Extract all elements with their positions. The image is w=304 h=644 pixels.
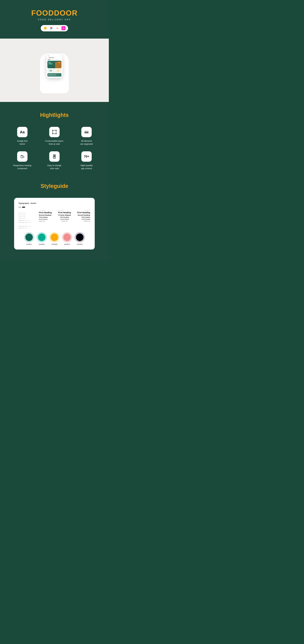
- swatch-green: #00AD8F: [36, 232, 47, 245]
- figma-icon: [49, 26, 54, 30]
- svg-rect-19: [54, 155, 55, 157]
- phone-nav: ‹ Collection: [47, 56, 62, 59]
- swatch-ring-1: [24, 232, 34, 242]
- swatch-dark: #01000D: [74, 232, 85, 245]
- color-label: Easy to changecolor style: [48, 164, 62, 170]
- swatch-ring-2: [36, 232, 47, 242]
- highlight-item-google-font: Aa Google fontAvenir: [8, 127, 37, 146]
- swatch-pink: #EF8E91: [62, 232, 72, 245]
- google-font-icon-box: Aa: [17, 127, 28, 137]
- svg-rect-13: [84, 132, 88, 132]
- phone-hand-container: 9:41 ▪▪▪ ‹ Collection Popular New Best F…: [34, 47, 74, 93]
- swatch-circle-4: [63, 234, 71, 241]
- highlights-section: Hightlights Aa Google fontAvenir Customi…: [0, 102, 109, 180]
- organized-icon-box: [81, 127, 92, 137]
- swatch-circle-1: [25, 234, 33, 241]
- svg-rect-3: [50, 28, 52, 29]
- highlight-item-screens: 70+ Hight quanlityapp screens: [72, 151, 101, 170]
- seventy-plus-icon: 70+: [84, 155, 89, 158]
- styleguide-title: Styleguide: [6, 183, 103, 189]
- app-title: FOODDOOR: [3, 9, 106, 17]
- organized-label: All elementsare organized: [80, 140, 93, 146]
- phone-banner: NEWARRIVAL 15%: [47, 61, 62, 68]
- phone-status-bar: 9:41 ▪▪▪: [47, 55, 62, 56]
- swatch-label-4: #EF8E91: [64, 244, 70, 245]
- svg-point-8: [52, 130, 53, 131]
- vector-icon: [52, 130, 57, 134]
- swatch-circle-2: [38, 234, 46, 241]
- swatch-label-3: #FBA808: [52, 244, 58, 245]
- svg-rect-7: [53, 130, 56, 134]
- highlight-item-organized: All elementsare organized: [72, 127, 101, 146]
- responsive-icon-box: [17, 151, 28, 162]
- swatch-label-5: #01000D: [77, 244, 83, 245]
- phone-card-1: GOODFOOD: [47, 69, 54, 73]
- swatch-ring-3: [49, 232, 60, 242]
- svg-rect-16: [23, 156, 24, 158]
- color-icon-box: [49, 151, 60, 162]
- divider-line: [18, 207, 21, 207]
- svg-point-11: [56, 133, 56, 134]
- highlight-item-color: Easy to changecolor style: [40, 151, 69, 170]
- svg-rect-12: [84, 132, 88, 133]
- phone-color-icon: [52, 154, 57, 159]
- svg-rect-2: [50, 27, 52, 28]
- swatch-ring-5: [74, 232, 85, 242]
- screens-icon-box: 70+: [81, 151, 92, 162]
- sg-divider: [18, 206, 90, 208]
- svg-point-10: [52, 133, 53, 134]
- svg-rect-14: [84, 131, 88, 132]
- invision-icon: in: [56, 26, 60, 30]
- google-font-label: Google fontAvenir: [17, 140, 27, 146]
- styleguide-section: Styleguide Typography : Avenir H1 Bold 3…: [0, 180, 109, 261]
- phone-mockup: 9:41 ▪▪▪ ‹ Collection Popular New Best F…: [46, 54, 62, 78]
- phone-screen: 9:41 ▪▪▪ ‹ Collection Popular New Best F…: [46, 54, 62, 78]
- phone-card-2: FOODFRES: [55, 69, 62, 73]
- resize-icon: [20, 154, 25, 159]
- phone-section: 9:41 ▪▪▪ ‹ Collection Popular New Best F…: [0, 38, 109, 102]
- divider-block: [22, 206, 25, 208]
- swatch-orange: #FBA808: [49, 232, 60, 245]
- typography-container: H1 Bold 30/36 H2 Bold 22/30 H3 Bold 16/2…: [18, 210, 90, 229]
- styleguide-card: Typography : Avenir H1 Bold 30/36 H2 Bol…: [14, 198, 95, 250]
- svg-point-9: [56, 130, 56, 131]
- swatch-label-2: #00AD8F: [39, 244, 45, 245]
- swatch-dark-green: #0F6657: [24, 232, 34, 245]
- header-section: FOODDOOR FOOD DELIVERY APP in Xd: [0, 0, 109, 38]
- xd-icon: Xd: [62, 26, 66, 30]
- screens-label: Hight quanlityapp screens: [80, 164, 93, 170]
- highlights-grid: Aa Google fontAvenir Customizable layers…: [8, 127, 101, 170]
- tool-badges-container: in Xd: [41, 25, 68, 32]
- phone-tabs: Popular New Best Favorite: [47, 59, 62, 60]
- app-subtitle: FOOD DELIVERY APP: [3, 18, 106, 21]
- swatch-circle-5: [76, 234, 84, 241]
- highlight-item-customizable: Customizable layers,fonts & color: [40, 127, 69, 146]
- sketch-icon: [43, 26, 47, 30]
- svg-point-20: [54, 158, 54, 158]
- svg-rect-4: [50, 29, 52, 30]
- svg-point-6: [52, 28, 52, 29]
- aa-icon: Aa: [20, 130, 24, 134]
- phone-banner2: CALL NOW +1 5249678: [47, 73, 62, 76]
- color-swatches: #0F6657 #00AD8F #FBA808 #EF8E91: [18, 232, 90, 245]
- phone-food-grid: GOODFOOD FOODFRES: [47, 69, 62, 73]
- swatch-ring-4: [62, 232, 72, 242]
- customizable-icon-box: [49, 127, 60, 137]
- typography-title: Typography : Avenir: [18, 202, 90, 204]
- typo-columns: ← Left Aligned ↑ Center-Aligned → Right-…: [38, 210, 90, 229]
- highlight-item-responsive: Responsive resizingcomponent: [8, 151, 37, 170]
- highlights-title: Hightlights: [6, 112, 103, 118]
- svg-rect-5: [52, 27, 52, 28]
- layers-icon: [84, 130, 89, 134]
- customizable-label: Customizable layers,fonts & color: [45, 140, 64, 146]
- swatch-circle-3: [51, 234, 58, 241]
- typo-tag-col: H1 Bold 30/36 H2 Bold 22/30 H3 Bold 16/2…: [18, 210, 38, 229]
- swatch-label-1: #0F6657: [26, 244, 32, 245]
- svg-rect-15: [21, 155, 23, 158]
- responsive-label: Responsive resizingcomponent: [13, 164, 31, 170]
